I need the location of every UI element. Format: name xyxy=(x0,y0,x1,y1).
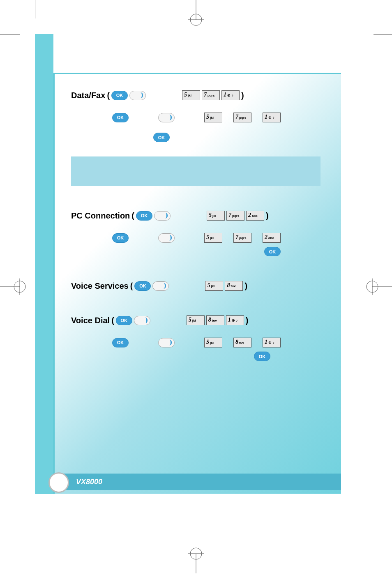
key-5: 5jkl xyxy=(204,338,222,347)
paren-close: ) xyxy=(246,316,249,325)
key-8: 8tuv xyxy=(206,315,224,325)
ok-icon: OK xyxy=(264,247,281,256)
ok-icon: OK xyxy=(134,281,151,291)
section-voice-dial: Voice Dial ( OK 5jkl 8tuv 1⊗ ♪ ) OK 5jkl… xyxy=(71,315,321,361)
key-8: 8tuv xyxy=(233,338,251,347)
ok-icon: OK xyxy=(153,133,170,142)
section-heading: PC Connection ( OK 5jkl 7pqrs 2abc ) xyxy=(71,211,321,221)
key-5: 5jkl xyxy=(207,211,225,221)
section-pc-connection: PC Connection ( OK 5jkl 7pqrs 2abc ) OK … xyxy=(71,211,321,256)
section-voice-services: Voice Services ( OK 5jkl 8tuv ) xyxy=(71,281,321,291)
ok-icon: OK xyxy=(136,211,152,221)
key-1: 1⊗ ♪ xyxy=(221,90,240,100)
section-data-fax: Data/Fax ( OK 5jkl 7pqrs 1⊗ ♪ ) OK 5jkl … xyxy=(71,90,321,186)
nav-right-icon xyxy=(129,91,146,100)
nav-right-icon xyxy=(158,113,175,122)
key-7: 7pqrs xyxy=(202,90,220,100)
step-row: OK xyxy=(254,352,321,361)
ok-icon: OK xyxy=(112,113,129,122)
step-row: OK 5jkl 7pqrs 2abc xyxy=(112,233,321,243)
nav-right-icon xyxy=(158,338,175,347)
key-2: 2abc xyxy=(246,211,264,221)
paren-open: ( xyxy=(107,91,110,100)
key-8: 8tuv xyxy=(225,281,243,291)
model-label: VX8000 xyxy=(76,478,102,486)
paren-open: ( xyxy=(111,316,114,325)
crop-mark xyxy=(35,0,35,18)
registration-mark-bottom xyxy=(187,545,205,575)
heading-text: Voice Dial xyxy=(71,316,110,325)
key-7: 7pqrs xyxy=(226,211,244,221)
nav-right-icon xyxy=(158,233,175,243)
footer-circle-icon xyxy=(48,472,69,493)
ok-icon: OK xyxy=(116,316,132,325)
section-heading: Voice Services ( OK 5jkl 8tuv ) xyxy=(71,281,321,291)
side-strip xyxy=(35,34,53,494)
paren-open: ( xyxy=(131,211,134,221)
footer-bar: VX8000 xyxy=(53,474,341,490)
key-5: 5jkl xyxy=(205,281,223,291)
registration-mark-left xyxy=(0,278,29,297)
info-box xyxy=(71,156,321,186)
ok-icon: OK xyxy=(112,233,129,243)
crop-mark xyxy=(359,0,359,18)
section-heading: Voice Dial ( OK 5jkl 8tuv 1⊗ ♪ ) xyxy=(71,315,321,325)
step-row: OK xyxy=(264,247,321,256)
heading-text: Voice Services xyxy=(71,281,129,291)
key-7: 7pqrs xyxy=(233,113,251,122)
step-row: OK 5jkl 7pqrs 1⊗ ♪ xyxy=(112,113,321,122)
key-1: 1⊗ ♪ xyxy=(226,315,244,325)
paren-close: ) xyxy=(241,91,244,100)
key-7: 7pqrs xyxy=(233,233,251,243)
heading-text: Data/Fax xyxy=(71,91,105,100)
nav-right-icon xyxy=(134,316,150,325)
ok-icon: OK xyxy=(112,338,129,347)
nav-right-icon xyxy=(154,211,171,221)
key-1: 1⊗ ♪ xyxy=(263,338,281,347)
step-row: OK xyxy=(153,133,321,142)
paren-open: ( xyxy=(130,281,133,291)
key-2: 2abc xyxy=(263,233,281,243)
nav-right-icon xyxy=(152,281,169,291)
section-heading: Data/Fax ( OK 5jkl 7pqrs 1⊗ ♪ ) xyxy=(71,90,321,100)
ok-icon: OK xyxy=(254,352,270,361)
crop-mark xyxy=(0,34,20,34)
key-1: 1⊗ ♪ xyxy=(263,113,281,122)
key-5: 5jkl xyxy=(204,113,222,122)
heading-text: PC Connection xyxy=(71,211,130,221)
step-row: OK 5jkl 8tuv 1⊗ ♪ xyxy=(112,338,321,347)
key-5: 5jkl xyxy=(182,90,200,100)
paren-close: ) xyxy=(266,211,269,221)
crop-mark xyxy=(374,34,392,34)
page-content: Data/Fax ( OK 5jkl 7pqrs 1⊗ ♪ ) OK 5jkl … xyxy=(53,73,341,494)
ok-icon: OK xyxy=(111,91,128,100)
key-5: 5jkl xyxy=(187,315,205,325)
key-5: 5jkl xyxy=(204,233,222,243)
registration-mark-right xyxy=(363,278,392,297)
paren-close: ) xyxy=(244,281,247,291)
registration-mark-top xyxy=(187,0,205,30)
